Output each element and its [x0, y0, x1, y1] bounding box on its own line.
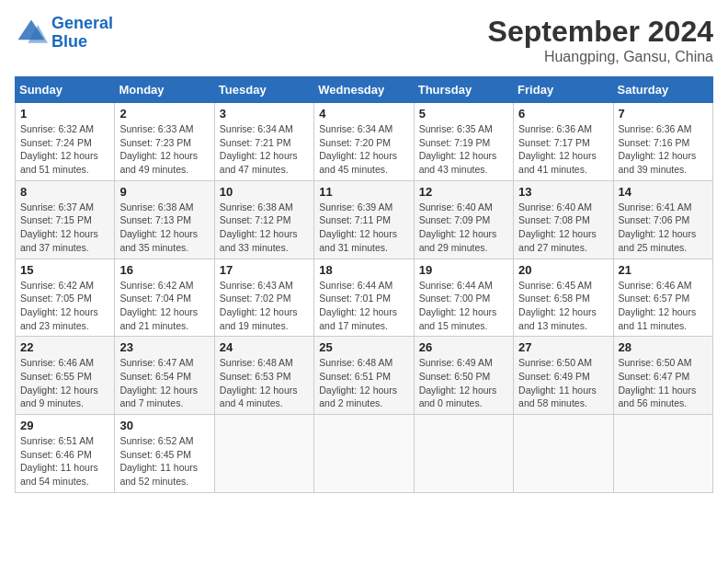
- table-row: [514, 415, 613, 493]
- day-info: Sunrise: 6:50 AM Sunset: 6:49 PM Dayligh…: [518, 356, 608, 410]
- day-info: Sunrise: 6:38 AM Sunset: 7:12 PM Dayligh…: [220, 201, 309, 255]
- day-number: 25: [319, 340, 408, 354]
- logo-text: General Blue: [51, 15, 113, 52]
- table-row: 9 Sunrise: 6:38 AM Sunset: 7:13 PM Dayli…: [115, 180, 214, 259]
- day-info: Sunrise: 6:44 AM Sunset: 7:00 PM Dayligh…: [419, 279, 508, 333]
- day-number: 24: [220, 340, 309, 354]
- table-row: 7 Sunrise: 6:36 AM Sunset: 7:16 PM Dayli…: [613, 103, 712, 181]
- table-row: [314, 415, 414, 493]
- calendar-table: Sunday Monday Tuesday Wednesday Thursday…: [15, 76, 713, 493]
- table-row: [214, 415, 313, 493]
- day-number: 1: [20, 107, 109, 121]
- logo: General Blue: [15, 15, 113, 52]
- logo-icon: [15, 17, 48, 50]
- day-number: 17: [220, 263, 309, 277]
- table-row: 16 Sunrise: 6:42 AM Sunset: 7:04 PM Dayl…: [115, 259, 214, 337]
- title-block: September 2024 Huangping, Gansu, China: [488, 15, 713, 65]
- day-info: Sunrise: 6:35 AM Sunset: 7:19 PM Dayligh…: [419, 122, 508, 177]
- header-thursday: Thursday: [414, 77, 513, 103]
- month-title: September 2024: [488, 15, 713, 49]
- day-number: 3: [220, 107, 309, 121]
- table-row: 8 Sunrise: 6:37 AM Sunset: 7:15 PM Dayli…: [16, 180, 115, 259]
- day-number: 5: [419, 107, 508, 121]
- day-info: Sunrise: 6:36 AM Sunset: 7:16 PM Dayligh…: [619, 122, 708, 177]
- day-number: 6: [518, 107, 608, 121]
- table-row: 15 Sunrise: 6:42 AM Sunset: 7:05 PM Dayl…: [16, 259, 115, 337]
- day-number: 18: [319, 263, 408, 277]
- day-number: 30: [119, 419, 209, 432]
- day-number: 20: [518, 263, 608, 277]
- day-info: Sunrise: 6:47 AM Sunset: 6:54 PM Dayligh…: [119, 356, 209, 410]
- day-number: 7: [619, 107, 708, 121]
- day-info: Sunrise: 6:46 AM Sunset: 6:57 PM Dayligh…: [619, 279, 708, 333]
- calendar-week-row: 29 Sunrise: 6:51 AM Sunset: 6:46 PM Dayl…: [16, 415, 713, 493]
- day-info: Sunrise: 6:44 AM Sunset: 7:01 PM Dayligh…: [319, 279, 408, 333]
- table-row: 17 Sunrise: 6:43 AM Sunset: 7:02 PM Dayl…: [214, 259, 313, 337]
- day-info: Sunrise: 6:37 AM Sunset: 7:15 PM Dayligh…: [20, 201, 109, 255]
- table-row: [414, 415, 513, 493]
- day-number: 4: [319, 107, 408, 121]
- day-info: Sunrise: 6:48 AM Sunset: 6:53 PM Dayligh…: [220, 356, 309, 410]
- table-row: 18 Sunrise: 6:44 AM Sunset: 7:01 PM Dayl…: [314, 259, 414, 337]
- day-info: Sunrise: 6:42 AM Sunset: 7:04 PM Dayligh…: [119, 279, 209, 333]
- day-info: Sunrise: 6:49 AM Sunset: 6:50 PM Dayligh…: [419, 356, 508, 410]
- table-row: 20 Sunrise: 6:45 AM Sunset: 6:58 PM Dayl…: [514, 259, 613, 337]
- table-row: 2 Sunrise: 6:33 AM Sunset: 7:23 PM Dayli…: [115, 103, 214, 181]
- day-info: Sunrise: 6:32 AM Sunset: 7:24 PM Dayligh…: [20, 122, 109, 177]
- calendar-week-row: 8 Sunrise: 6:37 AM Sunset: 7:15 PM Dayli…: [16, 180, 713, 259]
- page-header: General Blue September 2024 Huangping, G…: [15, 15, 713, 65]
- day-info: Sunrise: 6:40 AM Sunset: 7:08 PM Dayligh…: [518, 201, 608, 255]
- table-row: 23 Sunrise: 6:47 AM Sunset: 6:54 PM Dayl…: [115, 337, 214, 415]
- table-row: 12 Sunrise: 6:40 AM Sunset: 7:09 PM Dayl…: [414, 180, 513, 259]
- day-number: 27: [518, 340, 608, 354]
- header-monday: Monday: [115, 77, 214, 103]
- day-info: Sunrise: 6:41 AM Sunset: 7:06 PM Dayligh…: [619, 201, 708, 255]
- day-info: Sunrise: 6:52 AM Sunset: 6:45 PM Dayligh…: [119, 434, 209, 488]
- day-number: 21: [619, 263, 708, 277]
- table-row: 11 Sunrise: 6:39 AM Sunset: 7:11 PM Dayl…: [314, 180, 414, 259]
- day-info: Sunrise: 6:42 AM Sunset: 7:05 PM Dayligh…: [20, 279, 109, 333]
- table-row: 1 Sunrise: 6:32 AM Sunset: 7:24 PM Dayli…: [16, 103, 115, 181]
- location: Huangping, Gansu, China: [488, 49, 713, 65]
- day-number: 11: [319, 185, 408, 199]
- day-number: 22: [20, 340, 109, 354]
- calendar-week-row: 15 Sunrise: 6:42 AM Sunset: 7:05 PM Dayl…: [16, 259, 713, 337]
- day-number: 15: [20, 263, 109, 277]
- header-wednesday: Wednesday: [314, 77, 414, 103]
- calendar-header-row: Sunday Monday Tuesday Wednesday Thursday…: [16, 77, 713, 103]
- table-row: [613, 415, 712, 493]
- day-number: 14: [619, 185, 708, 199]
- table-row: 26 Sunrise: 6:49 AM Sunset: 6:50 PM Dayl…: [414, 337, 513, 415]
- day-number: 10: [220, 185, 309, 199]
- day-info: Sunrise: 6:43 AM Sunset: 7:02 PM Dayligh…: [220, 279, 309, 333]
- day-info: Sunrise: 6:34 AM Sunset: 7:21 PM Dayligh…: [220, 122, 309, 177]
- day-info: Sunrise: 6:51 AM Sunset: 6:46 PM Dayligh…: [20, 434, 109, 488]
- table-row: 14 Sunrise: 6:41 AM Sunset: 7:06 PM Dayl…: [613, 180, 712, 259]
- day-number: 9: [119, 185, 209, 199]
- table-row: 25 Sunrise: 6:48 AM Sunset: 6:51 PM Dayl…: [314, 337, 414, 415]
- table-row: 24 Sunrise: 6:48 AM Sunset: 6:53 PM Dayl…: [214, 337, 313, 415]
- calendar-week-row: 1 Sunrise: 6:32 AM Sunset: 7:24 PM Dayli…: [16, 103, 713, 181]
- table-row: 27 Sunrise: 6:50 AM Sunset: 6:49 PM Dayl…: [514, 337, 613, 415]
- day-info: Sunrise: 6:36 AM Sunset: 7:17 PM Dayligh…: [518, 122, 608, 177]
- day-number: 13: [518, 185, 608, 199]
- header-tuesday: Tuesday: [214, 77, 313, 103]
- day-info: Sunrise: 6:48 AM Sunset: 6:51 PM Dayligh…: [319, 356, 408, 410]
- day-number: 12: [419, 185, 508, 199]
- header-saturday: Saturday: [613, 77, 712, 103]
- day-number: 29: [20, 419, 109, 432]
- table-row: 5 Sunrise: 6:35 AM Sunset: 7:19 PM Dayli…: [414, 103, 513, 181]
- table-row: 30 Sunrise: 6:52 AM Sunset: 6:45 PM Dayl…: [115, 415, 214, 493]
- day-number: 19: [419, 263, 508, 277]
- header-sunday: Sunday: [16, 77, 115, 103]
- header-friday: Friday: [514, 77, 613, 103]
- table-row: 29 Sunrise: 6:51 AM Sunset: 6:46 PM Dayl…: [16, 415, 115, 493]
- day-info: Sunrise: 6:45 AM Sunset: 6:58 PM Dayligh…: [518, 279, 608, 333]
- day-number: 26: [419, 340, 508, 354]
- day-info: Sunrise: 6:38 AM Sunset: 7:13 PM Dayligh…: [119, 201, 209, 255]
- table-row: 6 Sunrise: 6:36 AM Sunset: 7:17 PM Dayli…: [514, 103, 613, 181]
- calendar-week-row: 22 Sunrise: 6:46 AM Sunset: 6:55 PM Dayl…: [16, 337, 713, 415]
- table-row: 28 Sunrise: 6:50 AM Sunset: 6:47 PM Dayl…: [613, 337, 712, 415]
- table-row: 22 Sunrise: 6:46 AM Sunset: 6:55 PM Dayl…: [16, 337, 115, 415]
- day-number: 28: [619, 340, 708, 354]
